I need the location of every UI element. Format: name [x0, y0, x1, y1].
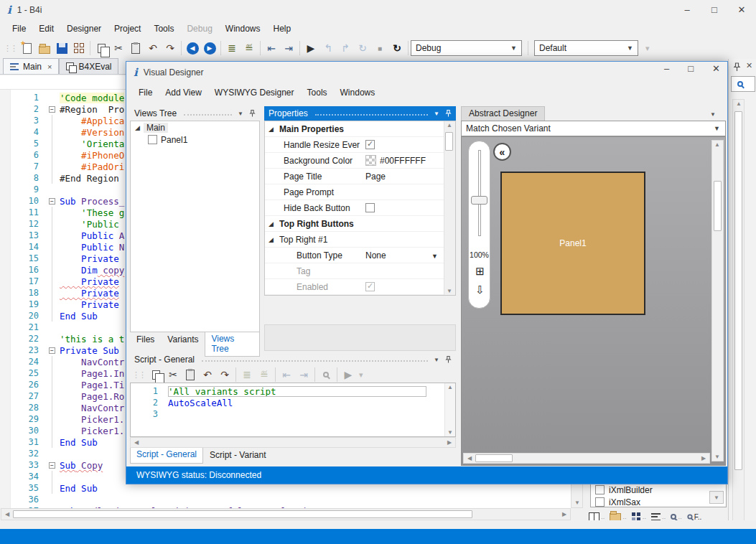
tab-script-variant[interactable]: Script - Variant — [203, 448, 272, 464]
script-toolbar-overflow[interactable]: ▾ — [359, 370, 362, 380]
new-project-button[interactable] — [19, 39, 36, 57]
close-pane-icon[interactable]: ✕ — [746, 61, 752, 70]
panel-menu-icon[interactable]: ▼ — [434, 111, 439, 117]
designer-menu-file[interactable]: File — [132, 85, 159, 100]
designer-menu-wysiwyg-designer[interactable]: WYSIWYG Designer — [208, 85, 301, 100]
uncomment-button[interactable]: ≝ — [241, 39, 258, 57]
fold-collapse-icon[interactable]: − — [49, 347, 55, 354]
expand-collapse-icon[interactable]: ◢ — [269, 126, 274, 133]
script-line[interactable]: 3 — [131, 408, 455, 420]
menu-tools[interactable]: Tools — [147, 22, 180, 36]
cut-button[interactable]: ✂ — [110, 39, 127, 57]
tab-variants[interactable]: Variants — [161, 332, 205, 347]
fold-collapse-icon[interactable]: − — [49, 106, 55, 113]
designer-titlebar[interactable]: i Visual Designer – □ ✕ — [126, 62, 727, 83]
undo-button[interactable]: ↶ — [144, 39, 162, 57]
rebuild-button[interactable]: ↻ — [388, 39, 406, 57]
script-editor[interactable]: 1'All variants script2AutoScaleAll3 — [130, 383, 456, 437]
script-line[interactable]: 1'All variants script — [131, 385, 455, 397]
pin-icon[interactable] — [249, 109, 256, 118]
files-tab-icon[interactable] — [610, 513, 621, 521]
overflow-label[interactable]: F.. — [694, 513, 702, 521]
properties-grid[interactable]: ◢Main PropertiesHandle Resize EverBackgr… — [264, 121, 456, 296]
copy-button[interactable] — [93, 39, 110, 57]
property-row-hide-back-button[interactable]: Hide Back Button — [265, 200, 455, 216]
script-search-button[interactable] — [317, 366, 335, 383]
menu-designer[interactable]: Designer — [60, 22, 108, 36]
property-row-tag[interactable]: Tag — [265, 263, 455, 279]
property-value[interactable]: #00FFFFFF — [365, 155, 426, 166]
outdent-button[interactable]: ⇤ — [263, 39, 280, 57]
menu-edit[interactable]: Edit — [32, 22, 60, 36]
library-checkbox[interactable] — [595, 497, 605, 507]
expand-collapse-icon[interactable]: ◢ — [135, 124, 140, 131]
panel-menu-icon[interactable]: ▼ — [434, 357, 439, 363]
bottom-library-list[interactable]: iXmlBuilderiXmlSax — [590, 483, 727, 507]
zoom-slider-track[interactable] — [478, 150, 481, 236]
script-cut-button[interactable]: ✂ — [164, 366, 182, 383]
property-row-main-properties[interactable]: ◢Main Properties — [265, 121, 455, 137]
tab-files[interactable]: Files — [130, 332, 161, 347]
expand-collapse-icon[interactable]: ◢ — [269, 236, 274, 243]
minimize-button[interactable]: – — [681, 4, 693, 15]
designer-minimize-button[interactable]: – — [664, 63, 669, 74]
designer-panel1-view[interactable]: Panel1 — [500, 172, 645, 315]
pin-icon[interactable] — [445, 355, 452, 364]
collapse-panel-button[interactable]: « — [493, 143, 511, 161]
pin-icon[interactable] — [445, 109, 452, 118]
abstract-designer-tab[interactable]: Abstract Designer — [461, 106, 545, 121]
canvas-vscrollbar[interactable]: ▲ ▼ — [711, 140, 724, 461]
library-item-ixmlsax[interactable]: iXmlSax — [591, 496, 726, 507]
property-row-page-title[interactable]: Page TitlePage — [265, 169, 455, 184]
properties-header[interactable]: Properties ▼ — [264, 106, 456, 121]
property-value[interactable] — [365, 140, 375, 149]
property-row-handle-resize-ever[interactable]: Handle Resize Ever — [265, 137, 455, 153]
designer-close-button[interactable]: ✕ — [712, 63, 720, 74]
panel-menu-icon[interactable]: ▼ — [238, 111, 243, 117]
menu-file[interactable]: File — [6, 22, 32, 36]
close-tab-icon[interactable]: × — [47, 62, 52, 71]
maximize-button[interactable]: □ — [709, 4, 720, 15]
find-all-references-icon[interactable] — [687, 514, 692, 519]
designer-menu-add-view[interactable]: Add View — [159, 85, 207, 100]
property-row-enabled[interactable]: Enabled — [265, 279, 455, 295]
save-button[interactable] — [53, 39, 70, 57]
find-tab-icon[interactable] — [671, 514, 676, 520]
script-line[interactable]: 2AutoScaleAll — [131, 397, 455, 408]
open-project-button[interactable] — [36, 39, 53, 57]
toolbar-overflow[interactable]: ▾ — [645, 44, 648, 53]
script-indent-button[interactable]: ⇥ — [295, 366, 312, 383]
fold-collapse-icon[interactable]: − — [49, 198, 55, 205]
conditional-symbols-combo[interactable]: Default▼ — [534, 40, 638, 56]
property-value[interactable] — [365, 282, 375, 291]
library-item-ixmlbuilder[interactable]: iXmlBuilder — [591, 484, 726, 496]
property-checkbox[interactable] — [365, 140, 375, 149]
panel1-checkbox[interactable] — [148, 135, 157, 144]
property-value[interactable]: Page — [365, 172, 386, 182]
script-uncomment-button[interactable]: ≝ — [256, 366, 273, 383]
variant-selector-combo[interactable]: Match Chosen Variant ▼ — [461, 121, 726, 136]
property-row-top-right-1[interactable]: ◢Top Right #1 — [265, 232, 455, 248]
editor-tab-b4xeval[interactable]: B4XEval — [59, 58, 118, 74]
script-hscrollbar[interactable]: ◀▶ — [130, 437, 456, 448]
property-value[interactable]: None — [365, 250, 386, 261]
navigate-back-button[interactable]: ◀ — [184, 39, 201, 57]
property-row-page-prompt[interactable]: Page Prompt — [265, 184, 455, 200]
transparency-swatch[interactable] — [365, 155, 376, 166]
script-copy-button[interactable] — [147, 366, 164, 383]
property-row-background-color[interactable]: Background Color#00FFFFFF — [265, 153, 455, 169]
designer-menu-tools[interactable]: Tools — [301, 85, 334, 100]
send-to-device-button[interactable]: ⇩ — [474, 283, 486, 296]
property-row-top-right-buttons[interactable]: ◢Top Right Buttons — [265, 216, 455, 232]
script-redo-button[interactable]: ↷ — [216, 366, 233, 383]
script-run-button[interactable]: ▶ — [340, 366, 357, 383]
stop-button[interactable]: ■ — [371, 39, 388, 57]
script-outdent-button[interactable]: ⇤ — [278, 366, 295, 383]
step-over-button[interactable]: ↱ — [337, 39, 354, 57]
step-into-button[interactable]: ↻ — [354, 39, 371, 57]
run-button[interactable]: ▶ — [302, 39, 319, 57]
menu-project[interactable]: Project — [108, 22, 147, 36]
script-header[interactable]: Script - General ▼ — [130, 352, 456, 367]
panel-menu-icon[interactable]: ▼ — [710, 111, 716, 118]
modules-tab-icon[interactable] — [651, 513, 661, 521]
